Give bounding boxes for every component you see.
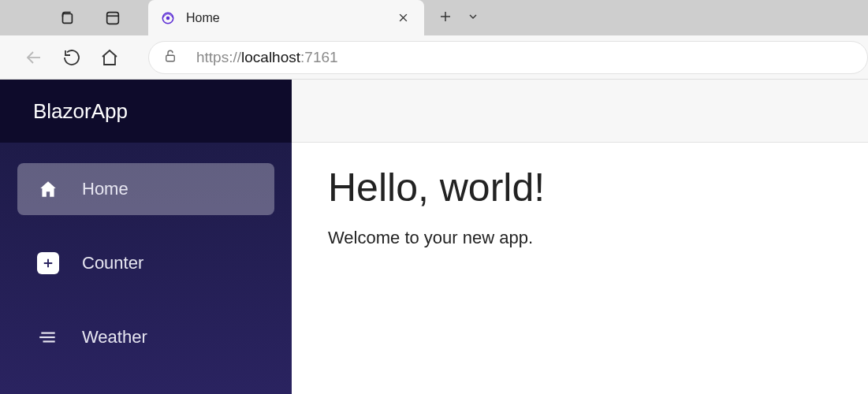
page-subtext: Welcome to your new app. — [328, 228, 832, 248]
plus-icon — [36, 251, 60, 275]
close-tab-icon[interactable] — [394, 9, 412, 27]
address-bar[interactable]: https://localhost:7161 — [148, 41, 868, 74]
url-port: :7161 — [300, 49, 338, 66]
home-icon — [36, 177, 60, 201]
svg-point-4 — [166, 16, 170, 20]
window-icon[interactable] — [99, 5, 126, 32]
url-host: localhost — [241, 49, 300, 66]
sidebar-item-weather[interactable]: Weather — [17, 311, 274, 363]
svg-rect-1 — [107, 12, 119, 24]
sidebar-item-counter[interactable]: Counter — [17, 237, 274, 289]
back-button[interactable] — [16, 39, 52, 76]
sidebar: BlazorApp Home Co — [0, 80, 292, 394]
url-protocol: https:// — [196, 49, 241, 66]
browser-tab[interactable]: Home — [148, 0, 424, 35]
blazor-favicon — [161, 11, 175, 25]
app-name: BlazorApp — [33, 99, 128, 124]
list-icon — [36, 325, 60, 349]
svg-rect-10 — [166, 55, 175, 61]
tab-overview-icon[interactable] — [54, 5, 80, 32]
sidebar-item-label: Home — [82, 179, 129, 199]
refresh-button[interactable] — [54, 39, 90, 76]
url-text: https://localhost:7161 — [196, 49, 338, 66]
tab-actions — [424, 9, 479, 27]
main-content: Hello, world! Welcome to your new app. — [292, 80, 868, 394]
content-body: Hello, world! Welcome to your new app. — [292, 143, 868, 270]
nav-list: Home Counter — [0, 143, 292, 363]
svg-rect-0 — [63, 13, 73, 23]
new-tab-icon[interactable] — [438, 9, 453, 27]
sidebar-item-home[interactable]: Home — [17, 163, 274, 215]
page-heading: Hello, world! — [328, 165, 832, 210]
sidebar-item-label: Counter — [82, 253, 143, 273]
home-button[interactable] — [91, 39, 128, 76]
sidebar-item-label: Weather — [82, 327, 147, 348]
tab-menu-chevron-icon[interactable] — [467, 10, 479, 26]
browser-tab-strip: Home — [0, 0, 868, 35]
content-top-bar — [292, 80, 868, 143]
sidebar-header: BlazorApp — [0, 80, 292, 143]
tab-title: Home — [186, 11, 383, 25]
browser-toolbar: https://localhost:7161 — [0, 35, 868, 79]
app-viewport: BlazorApp Home Co — [0, 79, 868, 394]
lock-icon — [163, 49, 177, 66]
